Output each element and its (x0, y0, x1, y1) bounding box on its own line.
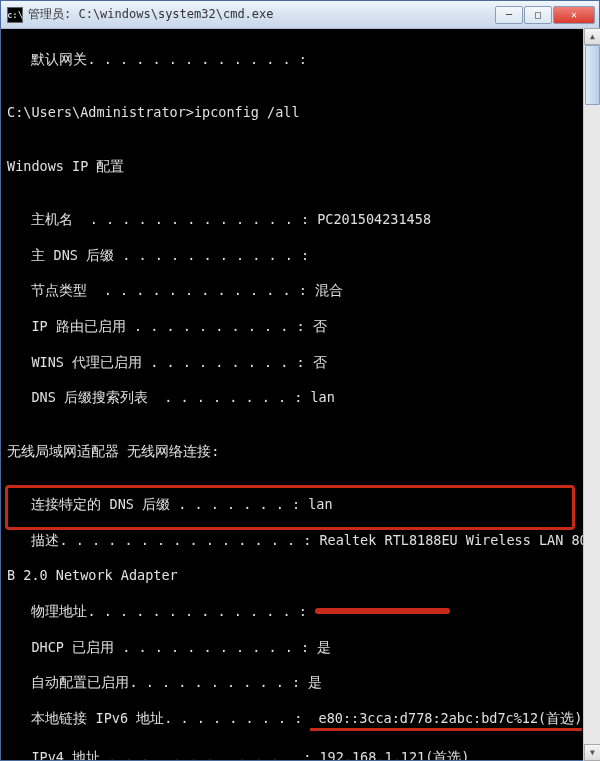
output-line: 自动配置已启用. . . . . . . . . . : 是 (7, 674, 589, 692)
minimize-button[interactable]: ─ (495, 6, 523, 24)
redaction-underline: fe80::3cca:d778:2abc:bd7c%12(首选) (310, 710, 582, 731)
terminal-output[interactable]: 默认网关. . . . . . . . . . . . . : C:\Users… (1, 29, 599, 760)
output-line: 默认网关. . . . . . . . . . . . . : (7, 51, 589, 69)
maximize-button[interactable]: □ (524, 6, 552, 24)
scroll-thumb[interactable] (585, 45, 600, 105)
output-line: WINS 代理已启用 . . . . . . . . . : 否 (7, 354, 589, 372)
output-line: DHCP 已启用 . . . . . . . . . . . : 是 (7, 639, 589, 657)
window: c:\ 管理员: C:\windows\system32\cmd.exe ─ □… (0, 0, 600, 761)
output-line: 主机名 . . . . . . . . . . . . . : PC201504… (7, 211, 589, 229)
output-line: IPv4 地址 . . . . . . . . . . . . : 192.16… (7, 749, 589, 761)
scroll-down-button[interactable]: ▼ (584, 744, 600, 761)
minimize-icon: ─ (506, 9, 512, 20)
close-icon: ✕ (571, 9, 577, 20)
command-text: ipconfig /all (194, 104, 300, 120)
output-line: B 2.0 Network Adapter (7, 567, 589, 585)
maximize-icon: □ (535, 9, 541, 20)
cmd-icon: c:\ (7, 7, 23, 23)
section-header: 无线局域网适配器 无线网络连接: (7, 443, 589, 461)
output-line: 连接特定的 DNS 后缀 . . . . . . . : lan (7, 496, 589, 514)
output-line: 主 DNS 后缀 . . . . . . . . . . . : (7, 247, 589, 265)
window-title: 管理员: C:\windows\system32\cmd.exe (28, 6, 495, 23)
output-line: 本地链接 IPv6 地址. . . . . . . . : fe80::3cca… (7, 710, 589, 731)
redaction-mark (315, 608, 450, 614)
output-line: 物理地址. . . . . . . . . . . . . : (7, 603, 589, 621)
close-button[interactable]: ✕ (553, 6, 595, 24)
scroll-up-button[interactable]: ▲ (584, 28, 600, 45)
section-header: Windows IP 配置 (7, 158, 589, 176)
titlebar[interactable]: c:\ 管理员: C:\windows\system32\cmd.exe ─ □… (1, 1, 599, 29)
scrollbar[interactable]: ▲ ▼ (583, 28, 600, 761)
chevron-down-icon: ▼ (590, 748, 595, 757)
chevron-up-icon: ▲ (590, 32, 595, 41)
output-line: IP 路由已启用 . . . . . . . . . . : 否 (7, 318, 589, 336)
output-line: DNS 后缀搜索列表 . . . . . . . . : lan (7, 389, 589, 407)
prompt-line: C:\Users\Administrator>ipconfig /all (7, 104, 589, 122)
output-line: 节点类型 . . . . . . . . . . . . : 混合 (7, 282, 589, 300)
output-line: 描述. . . . . . . . . . . . . . . : Realte… (7, 532, 589, 550)
window-buttons: ─ □ ✕ (495, 6, 595, 24)
